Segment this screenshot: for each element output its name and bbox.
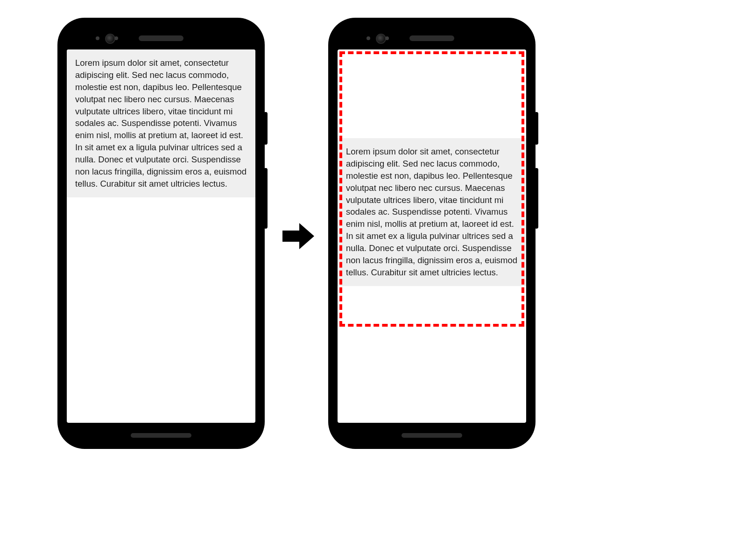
phone-screen-right: Lorem ipsum dolor sit amet, consectetur … xyxy=(338,49,526,423)
front-camera-icon xyxy=(105,34,115,44)
sensor-icon xyxy=(114,36,118,40)
sensor-icon xyxy=(385,36,389,40)
speaker-icon xyxy=(139,35,183,41)
power-button-icon xyxy=(264,112,268,145)
speaker-icon xyxy=(131,433,191,438)
content-text-block: Lorem ipsum dolor sit amet, consectetur … xyxy=(338,138,526,286)
phone-screen-left: Lorem ipsum dolor sit amet, consectetur … xyxy=(67,49,255,423)
power-button-icon xyxy=(535,112,538,145)
offset-gap xyxy=(338,49,526,138)
volume-button-icon xyxy=(264,168,268,229)
svg-marker-0 xyxy=(282,223,314,249)
diagram-stage: Lorem ipsum dolor sit amet, consectetur … xyxy=(0,0,747,560)
volume-button-icon xyxy=(535,168,538,229)
sensor-icon xyxy=(366,36,370,40)
speaker-icon xyxy=(409,35,454,41)
phone-top-bezel xyxy=(58,19,264,49)
lorem-text: Lorem ipsum dolor sit amet, consectetur … xyxy=(346,146,518,279)
phone-mock-left: Lorem ipsum dolor sit amet, consectetur … xyxy=(58,19,264,448)
phone-bottom-bezel xyxy=(58,423,264,448)
phone-top-bezel xyxy=(329,19,535,49)
transition-arrow-icon xyxy=(282,223,314,249)
front-camera-icon xyxy=(376,34,386,44)
speaker-icon xyxy=(402,433,462,438)
sensor-icon xyxy=(96,36,99,40)
phone-mock-right: Lorem ipsum dolor sit amet, consectetur … xyxy=(329,19,535,448)
lorem-text: Lorem ipsum dolor sit amet, consectetur … xyxy=(75,57,247,190)
content-text-block: Lorem ipsum dolor sit amet, consectetur … xyxy=(67,49,255,197)
phone-bottom-bezel xyxy=(329,423,535,448)
